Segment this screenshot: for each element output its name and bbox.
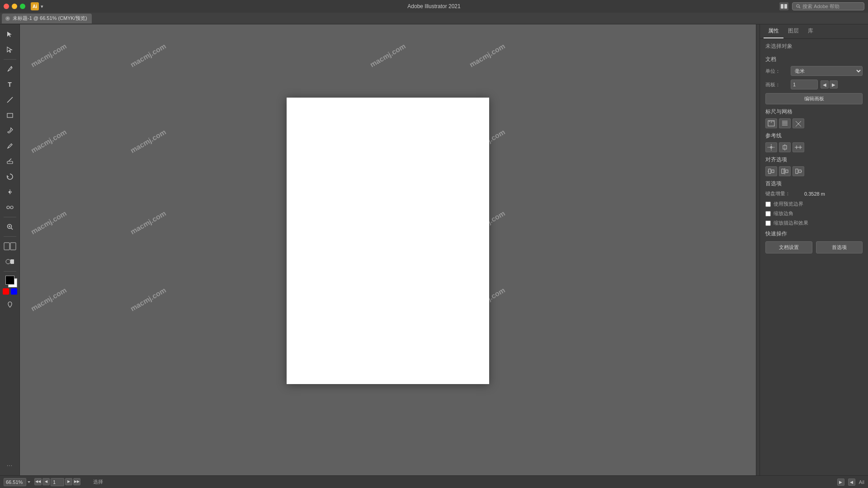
shaper-tool[interactable] bbox=[3, 254, 17, 269]
right-scrollbar[interactable] bbox=[756, 24, 760, 475]
color-blue[interactable] bbox=[11, 288, 17, 295]
select-tool-status: 选择 bbox=[93, 479, 103, 485]
artboard-next[interactable]: ▶ bbox=[830, 80, 838, 89]
prev-page-btn[interactable]: ◀ bbox=[42, 478, 50, 485]
app-icon-area: Ai ▾ bbox=[31, 2, 43, 10]
ruler-icon-3[interactable] bbox=[793, 118, 804, 128]
guide-icon-2[interactable] bbox=[779, 142, 791, 152]
zoom-input[interactable] bbox=[4, 478, 26, 486]
tab-close-button[interactable]: × bbox=[5, 16, 10, 21]
zoom-tool[interactable] bbox=[3, 220, 17, 234]
close-button[interactable] bbox=[4, 4, 9, 9]
quick-actions-title: 快速操作 bbox=[765, 230, 863, 238]
tab-library[interactable]: 库 bbox=[803, 24, 818, 38]
pen-tool[interactable] bbox=[3, 62, 17, 76]
artboard-label: 画板： bbox=[765, 81, 788, 88]
select-tool[interactable] bbox=[3, 27, 17, 42]
color-selector[interactable] bbox=[5, 276, 14, 285]
align-icon-3[interactable] bbox=[793, 166, 804, 176]
play-button[interactable]: ▶ bbox=[837, 479, 844, 486]
color-picker-tool[interactable] bbox=[3, 297, 17, 312]
scale-corners-checkbox[interactable] bbox=[765, 211, 771, 216]
align-icon-1[interactable] bbox=[765, 166, 777, 176]
watermark: macmj.com bbox=[368, 42, 407, 69]
document-tab[interactable]: × 未标题-1 @ 66.51% (CMYK/预览) bbox=[2, 14, 92, 23]
pencil-tool[interactable] bbox=[3, 139, 17, 153]
ruler-icons bbox=[765, 118, 804, 128]
tabbar: × 未标题-1 @ 66.51% (CMYK/预览) bbox=[0, 13, 868, 24]
svg-rect-1 bbox=[784, 4, 787, 9]
edit-artboard-button[interactable]: 编辑画板 bbox=[765, 93, 863, 104]
app-icon: Ai bbox=[31, 2, 39, 10]
page-input[interactable] bbox=[51, 478, 64, 486]
artboard-nav: ◀ ▶ bbox=[821, 80, 838, 89]
mirror-tool[interactable] bbox=[3, 185, 17, 199]
svg-rect-17 bbox=[10, 243, 16, 250]
watermark: macmj.com bbox=[129, 42, 167, 69]
watermark: macmj.com bbox=[29, 286, 68, 313]
tab-layers[interactable]: 图层 bbox=[783, 24, 803, 38]
artboard-row: 画板： ◀ ▶ bbox=[765, 80, 863, 89]
doc-settings-button[interactable]: 文档设置 bbox=[765, 241, 812, 253]
align-icon-2[interactable] bbox=[779, 166, 791, 176]
statusbar: ◀◀ ◀ ▶ ▶▶ 选择 ▶ ◀ Ail bbox=[0, 475, 868, 488]
color-red[interactable] bbox=[3, 288, 9, 295]
fullscreen-button[interactable] bbox=[20, 4, 25, 9]
scale-corners-label: 缩放边角 bbox=[774, 210, 793, 217]
prefs-button[interactable]: 首选项 bbox=[816, 241, 863, 253]
tab-properties[interactable]: 属性 bbox=[764, 24, 783, 38]
titlebar: Ai ▾ Adobe Illustrator 2021 搜索 Adobe 帮助 bbox=[0, 0, 868, 13]
scale-strokes-checkbox[interactable] bbox=[765, 221, 771, 226]
align-section-title: 对齐选项 bbox=[765, 156, 863, 164]
svg-line-13 bbox=[11, 228, 13, 230]
panel-toggle-button[interactable] bbox=[779, 2, 788, 10]
paintbrush-tool[interactable] bbox=[3, 123, 17, 138]
direct-select-tool[interactable] bbox=[3, 42, 17, 57]
keyboard-increment-row: 键盘增量： 0.3528 m bbox=[765, 190, 863, 197]
expand-button[interactable]: ◀ bbox=[848, 479, 855, 486]
svg-point-10 bbox=[7, 206, 9, 209]
toolbar-separator bbox=[4, 59, 16, 60]
type-tool[interactable]: T bbox=[3, 77, 17, 92]
ruler-icon-1[interactable] bbox=[765, 118, 777, 128]
minimize-button[interactable] bbox=[12, 4, 17, 9]
last-page-btn[interactable]: ▶▶ bbox=[73, 478, 80, 485]
rect-tool[interactable] bbox=[3, 108, 17, 122]
more-tools[interactable]: ··· bbox=[3, 458, 17, 473]
tab-label: 未标题-1 @ 66.51% (CMYK/预览) bbox=[13, 15, 87, 22]
ruler-icon-2[interactable] bbox=[779, 118, 791, 128]
guide-icons bbox=[765, 142, 804, 152]
fill-black bbox=[5, 276, 14, 285]
transform-tool[interactable] bbox=[3, 239, 17, 253]
guide-icons-row bbox=[765, 142, 863, 152]
svg-point-4 bbox=[10, 66, 12, 68]
edit-artboard-row: 编辑画板 bbox=[765, 93, 863, 104]
keyboard-increment-value: 0.3528 m bbox=[804, 191, 825, 197]
canvas-area[interactable]: macmj.com macmj.com macmj.com macmj.com … bbox=[20, 24, 756, 475]
unit-select[interactable]: 毫米 像素 厘米 英寸 bbox=[791, 66, 863, 76]
svg-rect-38 bbox=[769, 169, 771, 174]
svg-rect-44 bbox=[796, 169, 798, 174]
watermark: macmj.com bbox=[29, 209, 68, 236]
blend-tool[interactable] bbox=[3, 200, 17, 215]
first-page-btn[interactable]: ◀◀ bbox=[34, 478, 42, 485]
artboard-input[interactable] bbox=[791, 80, 818, 89]
scale-corners-row: 缩放边角 bbox=[765, 210, 863, 217]
next-page-btn[interactable]: ▶ bbox=[65, 478, 72, 485]
use-preview-bounds-row: 使用预览边界 bbox=[765, 201, 863, 207]
rotate-tool[interactable] bbox=[3, 169, 17, 184]
toolbar-separator-3 bbox=[4, 236, 16, 237]
use-preview-bounds-checkbox[interactable] bbox=[765, 202, 771, 207]
guide-icon-1[interactable] bbox=[765, 142, 777, 152]
line-tool[interactable] bbox=[3, 93, 17, 107]
watermark: macmj.com bbox=[468, 42, 506, 69]
guide-icon-3[interactable] bbox=[793, 142, 804, 152]
search-box[interactable]: 搜索 Adobe 帮助 bbox=[792, 2, 864, 10]
doc-section-title: 文档 bbox=[765, 56, 863, 63]
app-menu-arrow[interactable]: ▾ bbox=[41, 4, 43, 9]
traffic-lights bbox=[4, 4, 25, 9]
eraser-tool[interactable] bbox=[3, 154, 17, 169]
artboard-prev[interactable]: ◀ bbox=[821, 80, 829, 89]
no-select-label: 未选择对象 bbox=[765, 42, 863, 50]
svg-rect-42 bbox=[786, 170, 788, 173]
